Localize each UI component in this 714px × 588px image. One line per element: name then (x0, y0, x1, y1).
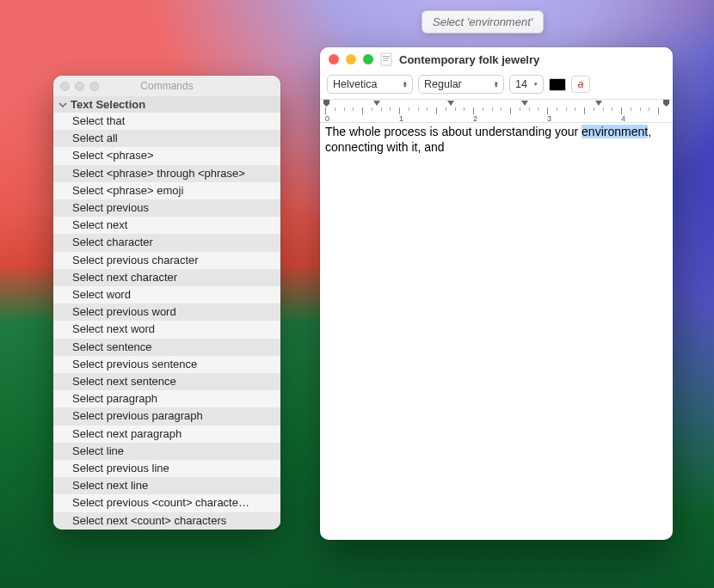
font-size-value: 14 (515, 78, 527, 90)
text-before-selection: The whole process is about understanding… (325, 125, 582, 138)
list-item[interactable]: Select previous <count> characte… (53, 494, 280, 511)
ruler-number: 4 (621, 114, 625, 123)
tab-stop[interactable] (447, 101, 454, 106)
list-item[interactable]: Select next line (53, 477, 280, 494)
ruler[interactable]: 1 2 3 4 (320, 99, 673, 123)
list-item[interactable]: Select <phrase> emoji (53, 182, 280, 199)
list-item[interactable]: Select paragraph (53, 390, 280, 407)
tab-stop[interactable] (373, 101, 380, 106)
list-item[interactable]: Select next <count> characters (53, 512, 280, 530)
doc-title: Contemporary folk jewelry (399, 53, 539, 66)
ruler-number: 2 (473, 114, 477, 123)
commands-section-header[interactable]: Text Selection (53, 96, 280, 113)
list-item[interactable]: Select word (53, 286, 280, 303)
commands-window: Commands Text Selection Select that Sele… (53, 76, 280, 530)
list-item[interactable]: Select character (53, 234, 280, 251)
textedit-window: Contemporary folk jewelry Helvetica ▴▾ R… (320, 47, 673, 540)
format-toolbar: Helvetica ▴▾ Regular ▴▾ 14 ▾ a (320, 71, 673, 99)
svg-rect-2 (383, 58, 390, 59)
svg-rect-0 (381, 53, 391, 65)
svg-rect-1 (383, 56, 390, 57)
font-family-value: Helvetica (333, 78, 377, 90)
voice-command-tooltip: Select 'environment' (422, 10, 544, 34)
font-style-value: Regular (424, 78, 462, 90)
close-button[interactable] (329, 54, 339, 64)
minimize-button-inactive[interactable] (75, 82, 84, 91)
commands-titlebar[interactable]: Commands (53, 76, 280, 96)
list-item[interactable]: Select next sentence (53, 373, 280, 390)
list-item[interactable]: Select line (53, 443, 280, 460)
list-item[interactable]: Select previous word (53, 303, 280, 321)
text-color-swatch[interactable] (549, 78, 566, 91)
section-header-label: Text Selection (71, 98, 145, 111)
right-margin-marker[interactable] (663, 100, 669, 107)
left-margin-marker[interactable] (323, 100, 329, 107)
list-item[interactable]: Select next paragraph (53, 426, 280, 443)
close-button-inactive[interactable] (60, 82, 70, 91)
list-item[interactable]: Select previous sentence (53, 356, 280, 373)
list-item[interactable]: Select that (53, 113, 280, 130)
selected-text: environment (582, 125, 648, 138)
list-item[interactable]: Select <phrase> (53, 147, 280, 164)
updown-icon: ▴▾ (403, 81, 407, 88)
svg-rect-3 (383, 60, 388, 61)
list-item[interactable]: Select sentence (53, 339, 280, 356)
commands-list: Select that Select all Select <phrase> S… (53, 113, 280, 530)
zoom-button-inactive[interactable] (89, 82, 99, 91)
minimize-button[interactable] (346, 54, 356, 64)
list-item[interactable]: Select next word (53, 321, 280, 338)
chevron-down-icon (58, 101, 67, 109)
tab-stop[interactable] (521, 101, 528, 106)
list-item[interactable]: Select all (53, 130, 280, 147)
doc-titlebar[interactable]: Contemporary folk jewelry (320, 47, 673, 71)
document-text-area[interactable]: The whole process is about understanding… (320, 123, 673, 540)
document-icon (380, 52, 392, 66)
list-item[interactable]: Select next character (53, 269, 280, 286)
updown-icon: ▴▾ (495, 81, 498, 88)
strikethrough-button[interactable]: a (571, 76, 590, 93)
ruler-number: 0 (325, 114, 329, 123)
font-size-select[interactable]: 14 ▾ (509, 75, 544, 94)
tab-stop[interactable] (595, 101, 602, 106)
ruler-number: 1 (399, 114, 403, 123)
list-item[interactable]: Select previous character (53, 252, 280, 269)
dropdown-icon: ▾ (534, 83, 538, 86)
list-item[interactable]: Select previous paragraph (53, 407, 280, 425)
font-family-select[interactable]: Helvetica ▴▾ (327, 75, 413, 94)
font-style-select[interactable]: Regular ▴▾ (418, 75, 504, 94)
list-item[interactable]: Select previous (53, 199, 280, 217)
zoom-button[interactable] (363, 54, 373, 64)
list-item[interactable]: Select <phrase> through <phrase> (53, 165, 280, 182)
list-item[interactable]: Select previous line (53, 460, 280, 477)
ruler-number: 3 (547, 114, 551, 123)
list-item[interactable]: Select next (53, 217, 280, 234)
